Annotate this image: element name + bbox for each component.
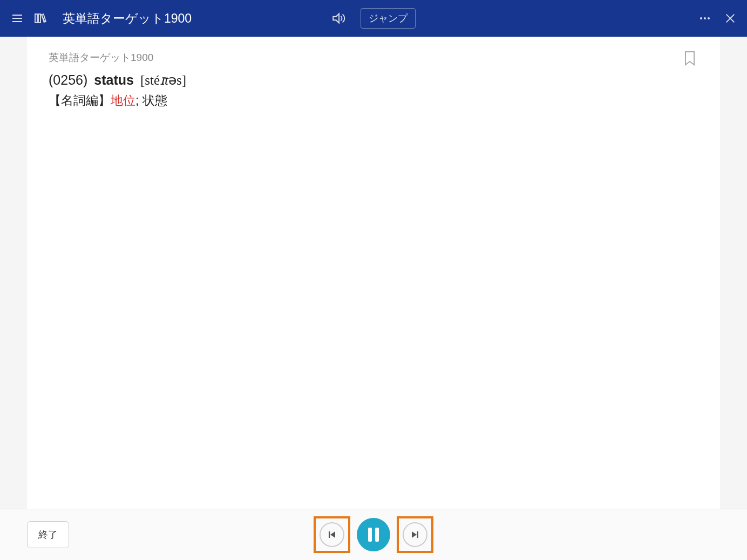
breadcrumb: 英単語ターゲット1900	[49, 51, 698, 65]
close-icon[interactable]	[724, 12, 736, 24]
app-header: 英単語ターゲット1900 ジャンプ	[0, 0, 747, 37]
header-right-group	[698, 12, 736, 25]
more-icon[interactable]	[698, 12, 711, 25]
app-title: 英単語ターゲット1900	[63, 10, 192, 27]
svg-point-10	[708, 17, 710, 19]
entry-pronunciation: [stéɪtəs]	[140, 72, 186, 88]
entry-heading: (0256) status [stéɪtəs]	[49, 72, 698, 88]
content-inner: 英単語ターゲット1900 (0256) status [stéɪtəs] 【名詞…	[27, 37, 720, 509]
svg-point-9	[704, 17, 706, 19]
previous-button[interactable]	[314, 516, 350, 553]
entry-number: (0256)	[49, 72, 87, 88]
content-area[interactable]: 英単語ターゲット1900 (0256) status [stéɪtəs] 【名詞…	[27, 37, 720, 509]
speaker-icon[interactable]	[331, 11, 345, 25]
skip-next-icon	[403, 522, 427, 547]
svg-marker-14	[330, 531, 335, 538]
pause-button[interactable]	[357, 518, 390, 551]
player-controls	[314, 516, 433, 553]
main-wrapper: 英単語ターゲット1900 (0256) status [stéɪtəs] 【名詞…	[0, 37, 747, 509]
svg-rect-13	[329, 531, 330, 538]
svg-rect-3	[35, 14, 37, 23]
exit-button[interactable]: 終了	[27, 521, 69, 548]
books-icon[interactable]	[33, 12, 46, 25]
svg-marker-15	[412, 531, 417, 538]
definition-highlight: 地位	[111, 93, 135, 107]
jump-button[interactable]: ジャンプ	[361, 8, 416, 29]
definition-line: 【名詞編】地位; 状態	[49, 92, 698, 109]
menu-icon[interactable]	[11, 12, 24, 25]
svg-marker-7	[333, 13, 339, 23]
svg-point-8	[700, 17, 702, 19]
header-center-group: ジャンプ	[331, 8, 416, 29]
pause-icon	[368, 528, 379, 542]
footer: 終了	[0, 509, 747, 560]
next-button[interactable]	[397, 516, 433, 553]
definition-rest: ; 状態	[135, 93, 167, 107]
definition-tag: 【名詞編】	[49, 93, 111, 107]
header-left-group: 英単語ターゲット1900	[11, 10, 192, 27]
skip-previous-icon	[320, 522, 344, 547]
svg-rect-16	[417, 531, 418, 538]
svg-rect-4	[38, 14, 40, 23]
bookmark-icon[interactable]	[683, 51, 696, 66]
entry-word: status	[94, 72, 134, 88]
